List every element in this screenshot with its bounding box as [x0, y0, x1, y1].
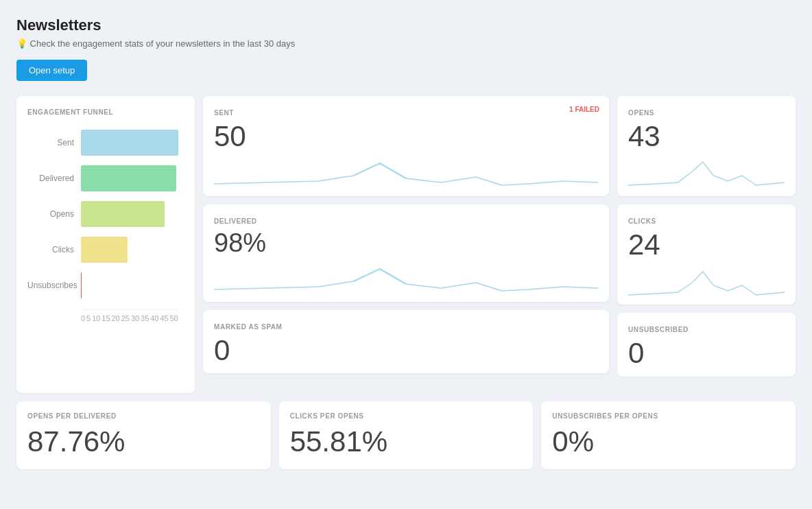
unsubscribed-card: UNSUBSCRIBED 0: [617, 313, 796, 376]
unsubscribes-per-opens-label: UNSUBSCRIBES PER OPENS: [552, 412, 785, 420]
funnel-axis-label: 40: [150, 314, 158, 322]
clicks-value: 24: [628, 229, 785, 261]
funnel-bar-wrap: [81, 237, 178, 263]
funnel-row-label: Clicks: [27, 245, 74, 254]
funnel-row: Sent: [27, 130, 178, 156]
funnel-axis-label: 50: [170, 314, 178, 322]
clicks-sparkline: [628, 265, 785, 298]
opens-label: OPENS: [628, 109, 654, 117]
left-column: SENT 1 FAILED 50 DELIVERED 98% MARKED AS…: [203, 96, 609, 377]
funnel-row: Delivered: [27, 165, 178, 191]
unsubscribes-per-opens-value: 0%: [552, 425, 785, 458]
funnel-row-label: Unsubscribes: [27, 281, 74, 290]
funnel-bar: [81, 201, 165, 227]
open-setup-button[interactable]: Open setup: [16, 60, 87, 81]
sent-card: SENT 1 FAILED 50: [203, 96, 609, 196]
clicks-label: CLICKS: [628, 217, 656, 225]
funnel-title: ENGAGEMENT FUNNEL: [27, 108, 178, 116]
opens-per-delivered-value: 87.76%: [27, 425, 260, 458]
spam-label: MARKED AS SPAM: [214, 323, 283, 331]
right-column: OPENS 43 CLICKS 24 UNSUBSCRIBED 0: [617, 96, 796, 377]
funnel-bar: [81, 130, 178, 156]
funnel-row-label: Delivered: [27, 174, 74, 183]
funnel-axis-label: 5: [86, 314, 91, 322]
funnel-axis-label: 25: [121, 314, 130, 322]
dashboard-grid: SENT 1 FAILED 50 DELIVERED 98% MARKED AS…: [16, 96, 796, 469]
funnel-row: Clicks: [27, 237, 178, 263]
delivered-card: DELIVERED 98%: [203, 204, 609, 302]
funnel-card: ENGAGEMENT FUNNEL Sent Delivered Opens C…: [16, 96, 195, 393]
funnel-axis-label: 45: [160, 314, 168, 322]
funnel-bar: [81, 165, 176, 191]
funnel-bar-wrap: [81, 165, 178, 191]
unsubscribed-value: 0: [628, 338, 785, 369]
funnel-axis-label: 15: [102, 314, 110, 322]
funnel-row: Unsubscribes: [27, 272, 178, 298]
delivered-label: DELIVERED: [214, 217, 257, 225]
funnel-bar: [81, 237, 128, 263]
delivered-value: 98%: [214, 229, 598, 258]
funnel-row-label: Sent: [27, 138, 74, 147]
spam-card: MARKED AS SPAM 0: [203, 310, 609, 373]
clicks-per-opens-label: CLICKS PER OPENS: [290, 412, 523, 420]
funnel-bar: [81, 272, 82, 298]
funnel-chart: Sent Delivered Opens Clicks Unsubscribes: [27, 130, 178, 298]
opens-card: OPENS 43: [617, 96, 796, 196]
opens-per-delivered-card: OPENS PER DELIVERED 87.76%: [16, 401, 271, 469]
clicks-per-opens-card: CLICKS PER OPENS 55.81%: [279, 401, 534, 469]
opens-sparkline: [628, 156, 785, 189]
clicks-card: CLICKS 24: [617, 204, 796, 305]
sent-sparkline: [214, 156, 598, 189]
sent-value: 50: [214, 121, 598, 152]
funnel-axis-label: 30: [131, 314, 139, 322]
funnel-bar-wrap: [81, 272, 178, 298]
page-subtitle: 💡 Check the engagement stats of your new…: [16, 38, 796, 49]
spam-value: 0: [214, 335, 598, 366]
funnel-axis-label: 10: [92, 314, 100, 322]
funnel-row-label: Opens: [27, 209, 74, 219]
funnel-row: Opens: [27, 201, 178, 227]
funnel-axis-label: 0: [81, 314, 85, 322]
funnel-bar-wrap: [81, 201, 178, 227]
sent-label: SENT: [214, 109, 234, 117]
sent-badge: 1 FAILED: [569, 106, 599, 113]
unsubscribed-label: UNSUBSCRIBED: [628, 326, 689, 333]
delivered-sparkline: [214, 262, 598, 295]
funnel-axis: 05101520253035404550: [81, 309, 178, 322]
bottom-row: OPENS PER DELIVERED 87.76% CLICKS PER OP…: [16, 401, 796, 469]
funnel-axis-label: 35: [141, 314, 149, 322]
opens-per-delivered-label: OPENS PER DELIVERED: [27, 412, 260, 420]
unsubscribes-per-opens-card: UNSUBSCRIBES PER OPENS 0%: [541, 401, 796, 469]
funnel-bar-wrap: [81, 130, 178, 156]
page-title: Newsletters: [16, 16, 796, 34]
clicks-per-opens-value: 55.81%: [290, 425, 523, 458]
opens-value: 43: [628, 121, 785, 152]
funnel-axis-label: 20: [112, 314, 120, 322]
